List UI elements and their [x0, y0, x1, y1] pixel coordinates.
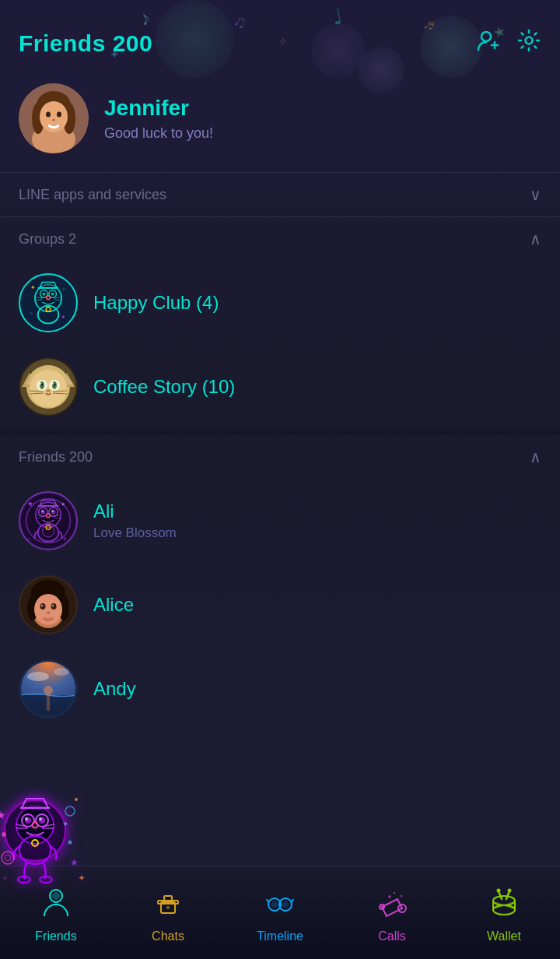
svg-point-143 — [493, 896, 515, 905]
svg-text:★: ★ — [70, 857, 79, 868]
svg-point-140 — [388, 895, 391, 898]
alice-info: Alice — [93, 594, 134, 616]
svg-point-141 — [401, 895, 403, 898]
svg-point-0 — [481, 32, 491, 41]
svg-point-10 — [57, 112, 61, 118]
svg-text:✧: ✧ — [29, 311, 33, 316]
friends-section-header[interactable]: Friends 200 ∧ — [0, 435, 560, 479]
ali-status: Love Blossom — [93, 525, 177, 541]
svg-point-85 — [44, 617, 53, 621]
groups-label: Groups 2 — [19, 231, 76, 248]
coffee-story-name: Coffee Story (10) — [93, 376, 235, 398]
svg-point-130 — [166, 906, 170, 909]
svg-point-59 — [41, 511, 43, 512]
svg-point-83 — [52, 605, 54, 606]
andy-name: Andy — [93, 678, 136, 700]
section-gap-1 — [0, 429, 560, 435]
svg-point-103 — [39, 817, 42, 820]
svg-point-81 — [51, 603, 57, 609]
svg-point-57 — [41, 510, 46, 515]
svg-text:✧: ✧ — [61, 286, 66, 292]
svg-point-11 — [52, 119, 55, 121]
profile-name: Jennifer — [104, 96, 213, 121]
svg-point-123 — [68, 841, 72, 845]
wallet-nav-label: Wallet — [487, 929, 521, 943]
svg-point-46 — [46, 389, 51, 392]
alice-avatar — [19, 575, 78, 634]
svg-point-84 — [47, 612, 50, 614]
coffee-story-info: Coffee Story (10) — [93, 376, 235, 398]
svg-point-122 — [2, 832, 6, 837]
svg-text:✦: ✦ — [62, 820, 68, 828]
svg-text:✧: ✧ — [2, 874, 8, 883]
nav-item-timeline[interactable]: Timeline — [245, 879, 315, 950]
friends-label: Friends 200 — [19, 449, 93, 465]
svg-text:✦: ✦ — [78, 873, 86, 883]
svg-point-136 — [271, 901, 278, 908]
svg-point-102 — [25, 817, 28, 820]
alice-name: Alice — [93, 594, 134, 616]
svg-point-114 — [2, 852, 14, 864]
list-item-coffee-story[interactable]: Coffee Story (10) — [0, 345, 560, 429]
svg-text:★: ★ — [27, 500, 33, 508]
happy-club-name: Happy Club (4) — [93, 292, 219, 314]
header-icons — [476, 28, 541, 58]
andy-avatar — [19, 659, 78, 718]
list-item-andy[interactable]: Andy — [0, 647, 560, 731]
profile-info: Jennifer Good luck to you! — [104, 96, 213, 142]
svg-text:★: ★ — [0, 809, 6, 821]
profile-avatar[interactable] — [19, 83, 89, 153]
svg-point-58 — [51, 510, 56, 515]
nav-item-wallet[interactable]: Wallet — [469, 879, 539, 950]
profile-status: Good luck to you! — [104, 125, 213, 142]
andy-info: Andy — [93, 678, 136, 700]
happy-club-info: Happy Club (4) — [93, 292, 219, 314]
svg-point-142 — [394, 892, 395, 894]
add-friend-icon[interactable] — [476, 28, 501, 58]
svg-text:✧: ✧ — [27, 536, 32, 542]
svg-line-149 — [499, 891, 502, 899]
svg-line-134 — [267, 899, 268, 902]
list-item-happy-club[interactable]: ✦ ✦ ✧ ✧ Happy Club (4) — [0, 261, 560, 345]
list-item-ali[interactable]: ★ ✦ ✧ ★ Ali Love Blossom — [0, 479, 560, 563]
line-apps-label: LINE apps and services — [19, 187, 166, 203]
chats-nav-icon — [150, 885, 186, 926]
svg-text:✦: ✦ — [62, 536, 68, 543]
svg-point-44 — [40, 383, 41, 385]
friends-nav-label: Friends — [35, 929, 76, 943]
svg-point-91 — [54, 668, 69, 676]
svg-point-9 — [46, 112, 51, 118]
svg-point-80 — [40, 603, 46, 609]
svg-point-82 — [41, 605, 43, 606]
groups-section-header[interactable]: Groups 2 ∧ — [0, 217, 560, 261]
nav-item-calls[interactable]: Calls — [357, 879, 427, 950]
profile-section: Jennifer Good luck to you! — [0, 71, 560, 172]
list-item-alice[interactable]: Alice — [0, 563, 560, 647]
neon-character-overlay: ★ ★ ✦ ✧ ✦ — [0, 788, 101, 897]
svg-point-137 — [282, 901, 289, 908]
page-title: Friends 200 — [19, 30, 152, 57]
svg-point-92 — [44, 686, 53, 695]
svg-rect-93 — [47, 695, 50, 711]
wallet-nav-icon — [486, 885, 522, 926]
svg-point-146 — [493, 905, 515, 915]
svg-line-135 — [292, 899, 293, 902]
chats-nav-label: Chats — [152, 929, 184, 943]
coffee-story-avatar — [19, 357, 78, 416]
line-apps-arrow: ∨ — [530, 185, 541, 204]
svg-point-1 — [526, 37, 533, 44]
header: Friends 200 — [0, 0, 560, 71]
timeline-nav-label: Timeline — [257, 929, 303, 943]
svg-point-124 — [75, 798, 78, 801]
friends-arrow: ∧ — [530, 448, 541, 466]
svg-point-17 — [42, 293, 45, 296]
calls-nav-label: Calls — [378, 929, 406, 943]
nav-item-chats[interactable]: Chats — [133, 879, 203, 950]
happy-club-avatar: ✦ ✦ ✧ ✧ — [19, 273, 78, 332]
svg-text:★: ★ — [61, 501, 65, 507]
svg-line-150 — [506, 891, 509, 899]
settings-icon[interactable] — [516, 28, 541, 58]
line-apps-section-header[interactable]: LINE apps and services ∨ — [0, 173, 560, 216]
svg-point-116 — [65, 806, 75, 816]
ali-name: Ali — [93, 501, 177, 522]
